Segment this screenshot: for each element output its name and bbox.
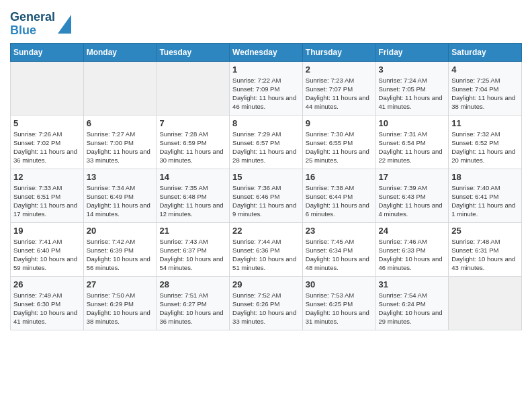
day-number: 20 <box>87 226 154 236</box>
day-info: Sunrise: 7:42 AMSunset: 6:39 PMDaylight:… <box>87 237 154 273</box>
calendar-cell: 27Sunrise: 7:50 AMSunset: 6:29 PMDayligh… <box>83 276 157 330</box>
day-number: 25 <box>451 226 519 236</box>
day-info: Sunrise: 7:52 AMSunset: 6:26 PMDaylight:… <box>232 291 300 326</box>
day-header-thursday: Thursday <box>302 43 375 61</box>
day-number: 26 <box>13 279 81 289</box>
day-number: 5 <box>13 118 81 128</box>
day-number: 21 <box>159 226 226 236</box>
calendar-cell <box>449 276 522 330</box>
calendar-cell: 6Sunrise: 7:27 AMSunset: 7:00 PMDaylight… <box>83 115 157 169</box>
calendar-cell: 14Sunrise: 7:35 AMSunset: 6:48 PMDayligh… <box>157 169 230 222</box>
day-info: Sunrise: 7:34 AMSunset: 6:49 PMDaylight:… <box>87 183 154 219</box>
logo-icon <box>58 15 71 34</box>
calendar-cell: 30Sunrise: 7:53 AMSunset: 6:25 PMDayligh… <box>302 276 375 330</box>
calendar-cell: 12Sunrise: 7:33 AMSunset: 6:51 PMDayligh… <box>11 169 84 222</box>
day-number: 17 <box>379 172 446 182</box>
calendar-cell: 7Sunrise: 7:28 AMSunset: 6:59 PMDaylight… <box>157 115 230 169</box>
day-number: 14 <box>159 172 226 182</box>
day-number: 29 <box>232 279 300 289</box>
day-info: Sunrise: 7:28 AMSunset: 6:59 PMDaylight:… <box>159 130 226 165</box>
calendar-cell: 13Sunrise: 7:34 AMSunset: 6:49 PMDayligh… <box>83 169 157 222</box>
logo-text: GeneralBlue <box>10 11 55 38</box>
calendar-header-row: SundayMondayTuesdayWednesdayThursdayFrid… <box>11 43 522 61</box>
calendar-cell: 5Sunrise: 7:26 AMSunset: 7:02 PMDaylight… <box>11 115 84 169</box>
page-header: GeneralBlue <box>10 7 522 38</box>
day-info: Sunrise: 7:39 AMSunset: 6:43 PMDaylight:… <box>379 183 446 219</box>
calendar-cell: 29Sunrise: 7:52 AMSunset: 6:26 PMDayligh… <box>230 276 303 330</box>
day-number: 4 <box>451 64 519 75</box>
day-number: 6 <box>87 118 154 128</box>
day-info: Sunrise: 7:53 AMSunset: 6:25 PMDaylight:… <box>306 291 373 326</box>
day-info: Sunrise: 7:41 AMSunset: 6:40 PMDaylight:… <box>13 237 81 273</box>
calendar-cell: 8Sunrise: 7:29 AMSunset: 6:57 PMDaylight… <box>230 115 303 169</box>
calendar-week-5: 26Sunrise: 7:49 AMSunset: 6:30 PMDayligh… <box>11 276 522 330</box>
calendar-cell: 25Sunrise: 7:48 AMSunset: 6:31 PMDayligh… <box>449 222 522 276</box>
calendar-cell: 20Sunrise: 7:42 AMSunset: 6:39 PMDayligh… <box>83 222 157 276</box>
day-info: Sunrise: 7:51 AMSunset: 6:27 PMDaylight:… <box>159 291 226 326</box>
calendar-week-1: 1Sunrise: 7:22 AMSunset: 7:09 PMDaylight… <box>11 61 522 115</box>
day-info: Sunrise: 7:24 AMSunset: 7:05 PMDaylight:… <box>379 76 446 111</box>
calendar-cell: 26Sunrise: 7:49 AMSunset: 6:30 PMDayligh… <box>11 276 84 330</box>
day-info: Sunrise: 7:32 AMSunset: 6:52 PMDaylight:… <box>451 130 519 165</box>
day-number: 18 <box>451 172 519 182</box>
day-number: 24 <box>379 226 446 236</box>
day-info: Sunrise: 7:50 AMSunset: 6:29 PMDaylight:… <box>87 291 154 326</box>
calendar-cell: 2Sunrise: 7:23 AMSunset: 7:07 PMDaylight… <box>302 61 375 115</box>
day-number: 19 <box>13 226 81 236</box>
day-info: Sunrise: 7:43 AMSunset: 6:37 PMDaylight:… <box>159 237 226 273</box>
day-info: Sunrise: 7:36 AMSunset: 6:46 PMDaylight:… <box>232 183 300 219</box>
day-header-saturday: Saturday <box>449 43 522 61</box>
calendar-cell: 15Sunrise: 7:36 AMSunset: 6:46 PMDayligh… <box>230 169 303 222</box>
day-header-sunday: Sunday <box>11 43 84 61</box>
day-info: Sunrise: 7:33 AMSunset: 6:51 PMDaylight:… <box>13 183 81 219</box>
day-number: 9 <box>306 118 373 128</box>
day-info: Sunrise: 7:38 AMSunset: 6:44 PMDaylight:… <box>306 183 373 219</box>
day-info: Sunrise: 7:40 AMSunset: 6:41 PMDaylight:… <box>451 183 519 219</box>
day-info: Sunrise: 7:26 AMSunset: 7:02 PMDaylight:… <box>13 130 81 165</box>
calendar-cell: 24Sunrise: 7:46 AMSunset: 6:33 PMDayligh… <box>375 222 449 276</box>
calendar-week-2: 5Sunrise: 7:26 AMSunset: 7:02 PMDaylight… <box>11 115 522 169</box>
day-info: Sunrise: 7:44 AMSunset: 6:36 PMDaylight:… <box>232 237 300 273</box>
day-number: 10 <box>379 118 446 128</box>
calendar-cell: 31Sunrise: 7:54 AMSunset: 6:24 PMDayligh… <box>375 276 449 330</box>
day-info: Sunrise: 7:49 AMSunset: 6:30 PMDaylight:… <box>13 291 81 326</box>
calendar-cell: 11Sunrise: 7:32 AMSunset: 6:52 PMDayligh… <box>449 115 522 169</box>
day-info: Sunrise: 7:45 AMSunset: 6:34 PMDaylight:… <box>306 237 373 273</box>
calendar-week-4: 19Sunrise: 7:41 AMSunset: 6:40 PMDayligh… <box>11 222 522 276</box>
day-number: 16 <box>306 172 373 182</box>
day-number: 2 <box>306 64 373 75</box>
day-number: 31 <box>379 279 446 289</box>
day-number: 7 <box>159 118 226 128</box>
day-number: 27 <box>87 279 154 289</box>
day-info: Sunrise: 7:29 AMSunset: 6:57 PMDaylight:… <box>232 130 300 165</box>
calendar-cell: 19Sunrise: 7:41 AMSunset: 6:40 PMDayligh… <box>11 222 84 276</box>
logo: GeneralBlue <box>10 11 71 38</box>
day-number: 12 <box>13 172 81 182</box>
calendar-cell: 1Sunrise: 7:22 AMSunset: 7:09 PMDaylight… <box>230 61 303 115</box>
day-number: 23 <box>306 226 373 236</box>
day-header-wednesday: Wednesday <box>230 43 303 61</box>
day-number: 30 <box>306 279 373 289</box>
calendar-table: SundayMondayTuesdayWednesdayThursdayFrid… <box>10 43 522 330</box>
day-info: Sunrise: 7:46 AMSunset: 6:33 PMDaylight:… <box>379 237 446 273</box>
day-header-monday: Monday <box>83 43 157 61</box>
calendar-cell: 18Sunrise: 7:40 AMSunset: 6:41 PMDayligh… <box>449 169 522 222</box>
day-info: Sunrise: 7:48 AMSunset: 6:31 PMDaylight:… <box>451 237 519 273</box>
calendar-cell: 28Sunrise: 7:51 AMSunset: 6:27 PMDayligh… <box>157 276 230 330</box>
day-info: Sunrise: 7:27 AMSunset: 7:00 PMDaylight:… <box>87 130 154 165</box>
calendar-week-3: 12Sunrise: 7:33 AMSunset: 6:51 PMDayligh… <box>11 169 522 222</box>
day-header-friday: Friday <box>375 43 449 61</box>
calendar-cell: 16Sunrise: 7:38 AMSunset: 6:44 PMDayligh… <box>302 169 375 222</box>
day-info: Sunrise: 7:54 AMSunset: 6:24 PMDaylight:… <box>379 291 446 326</box>
day-number: 3 <box>379 64 446 75</box>
day-number: 13 <box>87 172 154 182</box>
calendar-cell: 4Sunrise: 7:25 AMSunset: 7:04 PMDaylight… <box>449 61 522 115</box>
day-info: Sunrise: 7:30 AMSunset: 6:55 PMDaylight:… <box>306 130 373 165</box>
day-info: Sunrise: 7:22 AMSunset: 7:09 PMDaylight:… <box>232 76 300 111</box>
calendar-cell <box>11 61 84 115</box>
day-number: 22 <box>232 226 300 236</box>
day-number: 15 <box>232 172 300 182</box>
day-number: 1 <box>232 64 300 75</box>
calendar-cell <box>83 61 157 115</box>
calendar-cell: 10Sunrise: 7:31 AMSunset: 6:54 PMDayligh… <box>375 115 449 169</box>
